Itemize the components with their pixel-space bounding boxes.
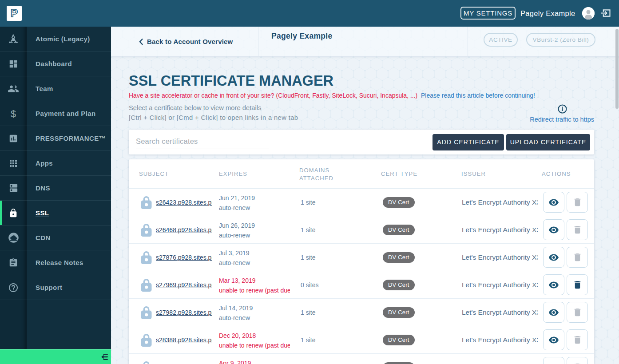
svg-text:$: $ [11, 108, 16, 119]
svg-text:P: P [11, 8, 18, 19]
